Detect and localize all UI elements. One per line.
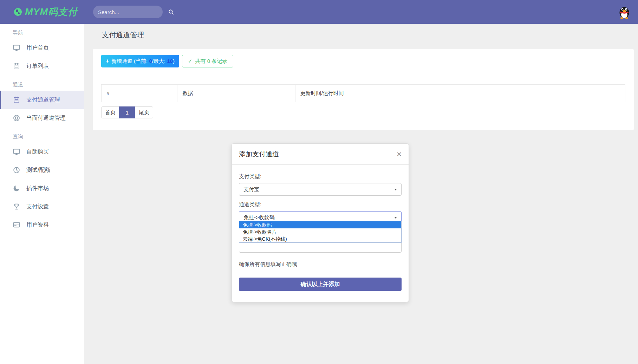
id-card-icon [13, 221, 20, 229]
check-icon: ✓ [188, 58, 193, 64]
search-input[interactable] [98, 9, 168, 15]
modal-note: 确保所有信息填写正确哦 [239, 261, 402, 268]
clipboard-icon [13, 96, 20, 104]
confirm-add-button[interactable]: 确认以上并添加 [239, 278, 402, 291]
payment-type-label: 支付类型: [239, 173, 402, 180]
sidebar-item-label: 当面付通道管理 [26, 115, 66, 122]
sidebar-item-label: 自助购买 [26, 148, 49, 156]
modal-body: 支付类型: 支付宝 通道类型: 免挂->收款码 免挂->收款码 免挂->收款名片… [232, 165, 409, 291]
current-count: 0 [149, 58, 152, 64]
pagination-last-button[interactable]: 尾页 [135, 106, 153, 118]
chevron-down-icon [394, 189, 397, 190]
sidebar: 导航 用户首页 订单列表 通道 支付通道管理 当面付通道管理 [0, 24, 84, 364]
logo-text: MYM码支付 [25, 6, 78, 18]
desktop-icon [13, 148, 20, 156]
sidebar-item-test-quota[interactable]: 测试/配额 [0, 161, 84, 179]
add-channel-label: 新增通道 (当前: 0/最大: 10) [111, 58, 175, 65]
dropdown-option-qr[interactable]: 免挂->收款码 [239, 221, 401, 228]
table-header-index: # [102, 85, 177, 102]
logo-icon [14, 8, 22, 16]
search-bar[interactable] [93, 6, 163, 18]
payment-type-select[interactable]: 支付宝 [239, 183, 402, 196]
sidebar-item-order-list[interactable]: 订单列表 [0, 57, 84, 75]
sidebar-item-payment-channel-mgmt[interactable]: 支付通道管理 [0, 91, 84, 109]
sidebar-item-self-purchase[interactable]: 自助购买 [0, 143, 84, 161]
app-logo[interactable]: MYM码支付 [14, 0, 78, 24]
trophy-icon [13, 203, 20, 210]
chevron-down-icon [394, 217, 397, 219]
sidebar-section-nav: 导航 [0, 27, 84, 39]
channels-table: # 数据 更新时间/运行时间 [101, 84, 625, 102]
sidebar-item-label: 支付通道管理 [26, 96, 60, 104]
penguin-avatar-icon [617, 5, 632, 19]
add-channel-button[interactable]: + 新增通道 (当前: 0/最大: 10) [101, 55, 179, 67]
max-count: 10 [167, 58, 173, 64]
payment-type-value: 支付宝 [243, 186, 259, 193]
channel-type-dropdown: 免挂->收款码 免挂->收款名片 云端->免CK(不掉线) [239, 221, 402, 243]
table-header-data: 数据 [177, 85, 295, 102]
page-title: 支付通道管理 [102, 30, 144, 40]
table-header-row: # 数据 更新时间/运行时间 [102, 85, 625, 102]
desktop-icon [13, 44, 20, 52]
table-header-time: 更新时间/运行时间 [295, 85, 625, 102]
avatar[interactable] [617, 5, 632, 19]
sidebar-item-user-profile[interactable]: 用户资料 [0, 216, 84, 234]
sidebar-item-f2f-channel-mgmt[interactable]: 当面付通道管理 [0, 109, 84, 127]
sidebar-item-label: 插件市场 [26, 185, 49, 192]
sidebar-item-label: 用户首页 [26, 44, 49, 52]
pagination-first-button[interactable]: 首页 [101, 106, 119, 118]
channel-type-label: 通道类型: [239, 201, 402, 208]
dropdown-option-cloud[interactable]: 云端->免CK(不掉线) [239, 235, 401, 242]
sidebar-item-label: 支付设置 [26, 203, 49, 210]
sidebar-item-label: 测试/配额 [26, 167, 50, 174]
close-icon[interactable]: × [397, 150, 402, 158]
content-card: + 新增通道 (当前: 0/最大: 10) ✓ 共有 0 条记录 # 数据 更新… [93, 49, 634, 130]
channel-type-value: 免挂->收款码 [243, 214, 275, 221]
search-icon[interactable] [168, 9, 174, 15]
records-count-label: 共有 0 条记录 [195, 58, 228, 65]
plus-icon: + [106, 58, 109, 65]
sidebar-section-channel: 通道 [0, 79, 84, 91]
life-ring-icon [13, 114, 20, 122]
sidebar-item-label: 订单列表 [26, 63, 49, 70]
screen: MYM码支付 导航 [0, 0, 638, 364]
dropdown-option-card[interactable]: 免挂->收款名片 [239, 228, 401, 235]
topbar: MYM码支付 [0, 0, 638, 24]
sidebar-item-plugin-market[interactable]: 插件市场 [0, 179, 84, 197]
pagination-page-1-button[interactable]: 1 [119, 106, 135, 118]
pagination: 首页 1 尾页 [101, 106, 153, 118]
records-count-button[interactable]: ✓ 共有 0 条记录 [182, 55, 233, 67]
clipboard-icon [13, 62, 20, 70]
pie-chart-icon [13, 166, 20, 174]
sidebar-item-payment-settings[interactable]: 支付设置 [0, 197, 84, 216]
modal-title: 添加支付通道 [239, 150, 279, 159]
sidebar-item-user-home[interactable]: 用户首页 [0, 39, 84, 57]
add-channel-modal: 添加支付通道 × 支付类型: 支付宝 通道类型: 免挂->收款码 免挂->收款码… [232, 143, 409, 302]
modal-header: 添加支付通道 × [232, 144, 409, 165]
sidebar-section-query: 查询 [0, 131, 84, 143]
sidebar-item-label: 用户资料 [26, 221, 49, 229]
toolbar: + 新增通道 (当前: 0/最大: 10) ✓ 共有 0 条记录 [101, 55, 625, 67]
moon-icon [13, 184, 20, 192]
